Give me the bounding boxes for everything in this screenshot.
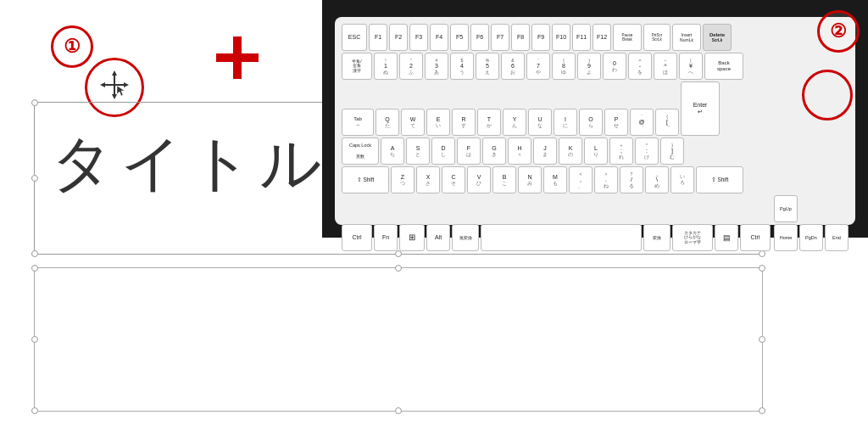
key-f7[interactable]: F7 [491, 24, 509, 51]
key-i[interactable]: Iに [554, 109, 577, 136]
key-bracket-r[interactable]: }]む [660, 137, 684, 165]
key-bracket-l[interactable]: {[゜ [655, 109, 679, 136]
content-handle-bl [31, 407, 38, 414]
content-handle-tr [759, 265, 765, 272]
key-1[interactable]: !1ぬ [374, 53, 398, 80]
key-a[interactable]: Aち [381, 137, 404, 165]
key-shift-right[interactable]: ⇧ Shift [696, 166, 743, 193]
key-u[interactable]: Uな [528, 109, 552, 136]
key-e[interactable]: Eい [426, 109, 450, 136]
content-textbox[interactable] [34, 267, 763, 412]
key-fn[interactable]: Fn [374, 224, 398, 251]
key-p[interactable]: Pせ [604, 109, 628, 136]
key-f11[interactable]: F11 [572, 24, 591, 51]
key-f4[interactable]: F4 [430, 24, 448, 51]
key-enter[interactable]: Enter↵ [681, 81, 720, 136]
key-9[interactable]: )9よ [577, 53, 601, 80]
key-henkan[interactable]: 変換 [643, 224, 670, 251]
key-x[interactable]: Xさ [416, 166, 440, 193]
key-colon[interactable]: *:け [635, 137, 659, 165]
key-backslash[interactable]: _\め [645, 166, 669, 193]
content-handle-br [759, 407, 765, 414]
key-q[interactable]: Qた [376, 109, 399, 136]
key-2[interactable]: "2ふ [399, 53, 423, 80]
key-tab[interactable]: Tab→ [342, 109, 374, 136]
key-shift-left[interactable]: ⇧ Shift [342, 166, 389, 193]
content-handle-mr [759, 336, 765, 343]
key-k[interactable]: Kの [559, 137, 582, 165]
key-h[interactable]: H< [508, 137, 531, 165]
key-alt-left[interactable]: Alt [426, 224, 450, 251]
key-semicolon[interactable]: +;れ [609, 137, 633, 165]
key-c[interactable]: Cそ [442, 166, 465, 193]
key-r[interactable]: Rす [452, 109, 476, 136]
key-pgdn[interactable]: PgDn [799, 224, 823, 251]
key-slash[interactable]: ?/る [620, 166, 643, 193]
key-f10[interactable]: F10 [552, 24, 570, 51]
key-f8[interactable]: F8 [511, 24, 530, 51]
key-v[interactable]: Vひ [467, 166, 491, 193]
key-capslock[interactable]: Caps Lock英数 [342, 137, 379, 165]
key-3[interactable]: #3あ [425, 53, 448, 80]
key-ctrl-left[interactable]: Ctrl [342, 224, 372, 251]
key-comma[interactable]: <,、 [569, 166, 593, 193]
key-apps[interactable]: ▤ [715, 224, 738, 251]
content-handle-bm [395, 407, 402, 414]
key-f1[interactable]: F1 [369, 24, 387, 51]
key-5[interactable]: %5え [476, 53, 499, 80]
key-f9[interactable]: F9 [531, 24, 550, 51]
key-prtsc[interactable]: PrtScrScrLk [643, 24, 670, 51]
key-t[interactable]: Tか [477, 109, 501, 136]
key-f3[interactable]: F3 [409, 24, 428, 51]
key-ro[interactable]: いろ [670, 166, 694, 193]
key-hankaku[interactable]: 半角/全角漢字 [342, 53, 372, 80]
key-f2[interactable]: F2 [389, 24, 408, 51]
key-y[interactable]: Yん [503, 109, 526, 136]
key-ctrl-right[interactable]: Ctrl [740, 224, 771, 251]
keyboard-container: ESC F1 F2 F3 F4 F5 F6 F7 F8 F9 F10 F11 F… [335, 17, 855, 225]
keyboard-row-zxcv: ⇧ Shift Zつ Xさ Cそ Vひ Bこ Nみ Mも <,、 >.ね ?/る… [342, 166, 849, 193]
key-delete[interactable]: DeleteScrLk [703, 24, 732, 51]
key-8[interactable]: (8ゆ [552, 53, 576, 80]
key-home[interactable]: Home [774, 224, 798, 251]
key-insert[interactable]: InsertNumLk [672, 24, 701, 51]
key-muhenkan[interactable]: 無変換 [452, 224, 479, 251]
key-backspace[interactable]: Backspace [704, 53, 743, 80]
key-f12[interactable]: F12 [593, 24, 611, 51]
key-f6[interactable]: F6 [470, 24, 489, 51]
key-pgup[interactable]: PgUp [774, 195, 798, 222]
key-esc[interactable]: ESC [342, 24, 367, 51]
key-7[interactable]: '7や [526, 53, 550, 80]
key-caret[interactable]: ~^ほ [654, 53, 677, 80]
content-handle-ml [31, 336, 38, 343]
key-0[interactable]: 0わ [603, 53, 626, 80]
key-pause[interactable]: PauseBreak [613, 24, 642, 51]
key-l[interactable]: Lり [584, 137, 608, 165]
key-at[interactable]: `@゛ [630, 109, 654, 136]
content-handle-tl [31, 265, 38, 272]
key-z[interactable]: Zつ [391, 166, 415, 193]
key-end[interactable]: End [825, 224, 849, 251]
key-j[interactable]: Jま [533, 137, 557, 165]
key-g[interactable]: Gき [482, 137, 506, 165]
key-s[interactable]: Sと [406, 137, 430, 165]
key-o[interactable]: Oら [579, 109, 603, 136]
key-m[interactable]: Mも [543, 166, 567, 193]
content-handle-tm [395, 265, 402, 272]
svg-marker-4 [100, 82, 105, 87]
key-n[interactable]: Nみ [518, 166, 542, 193]
key-win[interactable]: ⊞ [399, 224, 425, 251]
key-minus[interactable]: =-を [628, 53, 652, 80]
key-space[interactable] [481, 224, 642, 251]
key-f[interactable]: Fは [457, 137, 481, 165]
key-w[interactable]: Wて [401, 109, 425, 136]
key-yen[interactable]: |¥へ [679, 53, 703, 80]
key-d[interactable]: Dし [431, 137, 455, 165]
key-period[interactable]: >.ね [594, 166, 618, 193]
key-b[interactable]: Bこ [492, 166, 516, 193]
key-f5[interactable]: F5 [450, 24, 469, 51]
key-4[interactable]: $4う [450, 53, 474, 80]
key-6[interactable]: &6お [501, 53, 525, 80]
keyboard-overlay: ESC F1 F2 F3 F4 F5 F6 F7 F8 F9 F10 F11 F… [322, 0, 868, 238]
key-katakana[interactable]: カタカナひらがなローマ字 [672, 224, 713, 251]
